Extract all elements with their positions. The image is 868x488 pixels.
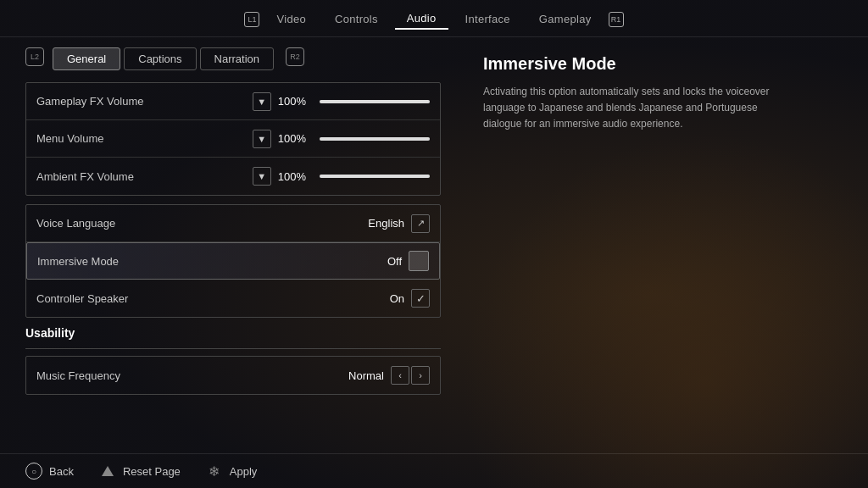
back-button[interactable]: ○ Back: [25, 463, 74, 480]
immersive-mode-row: Immersive Mode Off: [26, 242, 440, 280]
usability-section-label: Usability: [25, 318, 441, 345]
immersive-mode-label: Immersive Mode: [37, 255, 387, 268]
music-frequency-prev[interactable]: ‹: [391, 366, 409, 385]
voice-language-row: Voice Language English ↗: [26, 205, 440, 242]
volume-settings-group: Gameplay FX Volume ▼ 100% Menu Volume ▼: [25, 82, 441, 196]
menu-volume-control[interactable]: ▼ 100%: [253, 130, 430, 148]
music-frequency-value: Normal: [348, 369, 384, 382]
voice-language-external-button[interactable]: ↗: [411, 214, 430, 233]
menu-volume-value: 100%: [278, 132, 306, 145]
usability-settings-group: Music Frequency Normal ‹ ›: [25, 356, 441, 395]
apply-icon: ❄: [206, 463, 223, 480]
voice-language-value: English: [368, 217, 404, 230]
ambient-fx-volume-slider[interactable]: [320, 175, 430, 178]
controller-speaker-label: Controller Speaker: [36, 292, 390, 305]
l1-icon: L1: [244, 12, 259, 27]
info-title: Immersive Mode: [483, 54, 843, 74]
r1-icon: R1: [609, 12, 624, 27]
controller-speaker-row: Controller Speaker On ✓: [26, 280, 440, 317]
l2-icon: L2: [25, 47, 44, 66]
controller-speaker-value: On: [390, 292, 404, 305]
nav-tab-audio[interactable]: Audio: [395, 8, 448, 30]
circle-icon: ○: [25, 463, 42, 480]
voice-language-label: Voice Language: [36, 217, 368, 230]
reset-label: Reset Page: [123, 465, 181, 478]
usability-section: Usability Music Frequency Normal ‹ ›: [25, 318, 441, 395]
music-frequency-arrows: ‹ ›: [391, 366, 430, 385]
music-frequency-row: Music Frequency Normal ‹ ›: [26, 357, 440, 394]
ambient-fx-volume-control[interactable]: ▼ 100%: [253, 167, 430, 186]
tab-general[interactable]: General: [53, 47, 120, 70]
gameplay-fx-volume-dropdown[interactable]: ▼: [253, 92, 271, 111]
voice-settings-group: Voice Language English ↗ Immersive Mode …: [25, 204, 441, 318]
menu-volume-slider[interactable]: [320, 137, 430, 141]
gameplay-fx-volume-control[interactable]: ▼ 100%: [253, 92, 430, 111]
gameplay-fx-volume-slider[interactable]: [320, 100, 430, 103]
tab-captions[interactable]: Captions: [124, 47, 196, 70]
gameplay-fx-volume-value: 100%: [278, 95, 306, 108]
menu-volume-dropdown[interactable]: ▼: [253, 130, 271, 148]
ambient-fx-volume-row: Ambient FX Volume ▼ 100%: [26, 158, 440, 195]
main-area: L2 General Captions Narration R2 Gamepla…: [0, 37, 868, 453]
apply-button[interactable]: ❄ Apply: [206, 463, 258, 480]
sub-tab-bar: L2 General Captions Narration R2: [25, 47, 441, 70]
gameplay-fx-volume-label: Gameplay FX Volume: [36, 95, 253, 108]
nav-tab-controls[interactable]: Controls: [323, 9, 390, 29]
controller-speaker-check[interactable]: ✓: [411, 289, 430, 308]
ambient-fx-volume-value: 100%: [278, 170, 306, 183]
bottom-bar: ○ Back Reset Page ❄ Apply: [0, 453, 868, 488]
immersive-mode-toggle[interactable]: [409, 251, 429, 271]
triangle-icon: [99, 463, 116, 480]
top-nav: L1 Video Controls Audio Interface Gamepl…: [0, 0, 868, 37]
ambient-fx-volume-label: Ambient FX Volume: [36, 170, 253, 183]
info-description: Activating this option automatically set…: [483, 84, 771, 133]
r2-icon: R2: [286, 47, 304, 66]
apply-label: Apply: [230, 465, 258, 478]
right-panel: Immersive Mode Activating this option au…: [458, 37, 868, 453]
nav-tab-interface[interactable]: Interface: [453, 9, 522, 29]
immersive-mode-value: Off: [387, 255, 402, 268]
menu-volume-label: Menu Volume: [36, 132, 253, 145]
nav-tab-video[interactable]: Video: [264, 9, 318, 29]
music-frequency-label: Music Frequency: [36, 369, 348, 382]
music-frequency-next[interactable]: ›: [411, 366, 430, 385]
nav-tab-gameplay[interactable]: Gameplay: [527, 9, 604, 29]
tab-narration[interactable]: Narration: [200, 47, 274, 70]
menu-volume-row: Menu Volume ▼ 100%: [26, 120, 440, 158]
left-panel: L2 General Captions Narration R2 Gamepla…: [0, 37, 458, 453]
usability-divider: [25, 348, 441, 349]
reset-page-button[interactable]: Reset Page: [99, 463, 181, 480]
ambient-fx-volume-dropdown[interactable]: ▼: [253, 167, 271, 186]
gameplay-fx-volume-row: Gameplay FX Volume ▼ 100%: [26, 83, 440, 120]
back-label: Back: [49, 465, 74, 478]
